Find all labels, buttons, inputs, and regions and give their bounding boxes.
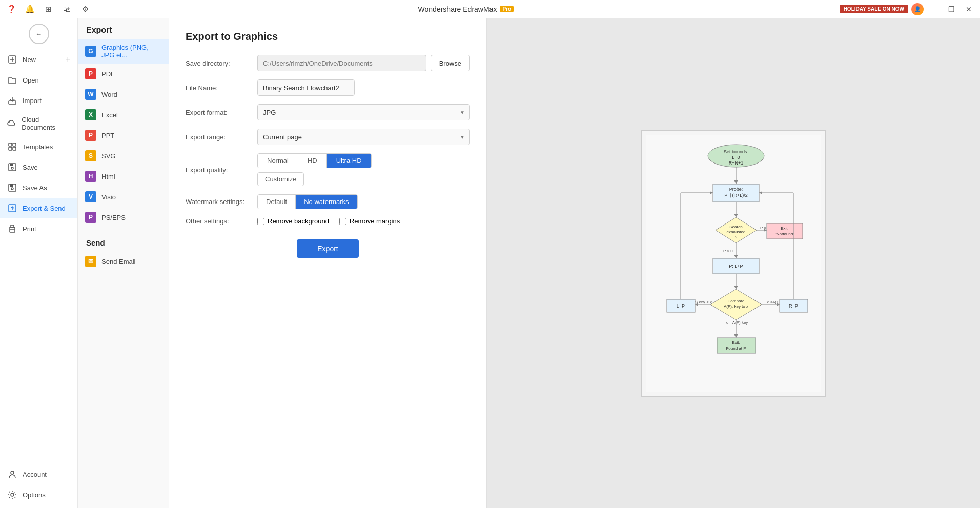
export-format-select[interactable]: JPG PNG BMP SVG: [257, 104, 470, 120]
pseps-icon: P: [85, 212, 96, 223]
sidebar-item-print-label: Print: [23, 225, 36, 233]
svg-text:P: L+P: P: L+P: [729, 263, 743, 269]
svg-text:Found at P: Found at P: [726, 346, 746, 351]
watermark-label: Watermark settings:: [186, 198, 257, 206]
saveas-icon: [7, 182, 17, 193]
remove-margins-label: Remove margins: [350, 217, 400, 225]
svg-rect-7: [13, 147, 16, 150]
export-format-row: Export format: JPG PNG BMP SVG: [186, 104, 470, 120]
customize-button[interactable]: Customize: [257, 172, 304, 186]
browse-button[interactable]: Browse: [431, 55, 470, 71]
sidebar-item-new-label: New: [23, 56, 36, 64]
svg-rect-6: [9, 147, 12, 150]
svg-text:P > 0: P > 0: [723, 249, 733, 253]
open-icon: [7, 75, 17, 85]
account-icon: [7, 469, 17, 479]
help-icon[interactable]: ❓: [4, 2, 18, 16]
other-settings-control: Remove background Remove margins: [257, 217, 470, 225]
save-directory-input[interactable]: [257, 55, 426, 71]
settings-icon[interactable]: ⚙: [78, 2, 92, 16]
svg-rect-16: [10, 230, 15, 232]
other-settings-label: Other settings:: [186, 217, 257, 225]
watermark-default-button[interactable]: Default: [258, 195, 296, 209]
file-item-ppt[interactable]: P PPT: [78, 125, 169, 146]
ppt-icon: P: [85, 130, 96, 141]
file-item-svg[interactable]: S SVG: [78, 146, 169, 166]
svg-icon: S: [85, 150, 96, 161]
email-icon: ✉: [85, 256, 96, 267]
sidebar-narrow: ← New + Open Import Cloud Documents: [0, 18, 78, 508]
file-item-html[interactable]: H Html: [78, 166, 169, 187]
file-item-pseps[interactable]: P PS/EPS: [78, 207, 169, 228]
restore-button[interactable]: ❐: [944, 2, 958, 16]
close-button[interactable]: ✕: [962, 2, 976, 16]
new-icon: [7, 54, 17, 65]
remove-background-input[interactable]: [257, 218, 264, 225]
word-icon: W: [85, 89, 96, 100]
cloud-icon: [7, 118, 16, 129]
apps-icon[interactable]: ⊞: [41, 2, 55, 16]
main-layout: ← New + Open Import Cloud Documents: [0, 18, 980, 508]
file-name-input[interactable]: [257, 79, 355, 96]
sidebar-item-new[interactable]: New +: [0, 49, 77, 70]
sidebar-item-save[interactable]: Save: [0, 157, 77, 177]
watermark-none-button[interactable]: No watermarks: [296, 195, 357, 209]
export-range-select[interactable]: Current page All pages Custom: [257, 129, 470, 145]
sidebar-item-open[interactable]: Open: [0, 70, 77, 90]
file-item-email[interactable]: ✉ Send Email: [78, 251, 169, 272]
quality-normal-button[interactable]: Normal: [258, 154, 298, 168]
titlebar-right: Holiday Sale On Now 👤 — ❐ ✕: [840, 2, 976, 16]
sidebar-item-import[interactable]: Import: [0, 90, 77, 111]
file-item-pdf[interactable]: P PDF: [78, 64, 169, 84]
pro-badge: Pro: [500, 6, 514, 12]
store-icon[interactable]: 🛍: [59, 2, 74, 16]
save-directory-row: Save directory: Browse: [186, 55, 470, 71]
quality-hd-button[interactable]: HD: [298, 154, 327, 168]
preview-card: Set bounds: L=0 R=N+1 Probe: P=⌊(R+L)/2: [641, 130, 826, 397]
svg-point-18: [11, 471, 14, 474]
remove-margins-checkbox[interactable]: Remove margins: [339, 217, 400, 225]
sidebar-item-options[interactable]: Options: [0, 484, 77, 505]
svg-point-19: [11, 493, 14, 496]
preview-area: Set bounds: L=0 R=N+1 Probe: P=⌊(R+L)/2: [487, 18, 980, 508]
file-item-html-label: Html: [101, 173, 115, 180]
export-panel: Export to Graphics Save directory: Brows…: [169, 18, 487, 508]
sidebar-item-templates[interactable]: Templates: [0, 136, 77, 157]
svg-text:exhausted: exhausted: [727, 230, 746, 234]
excel-icon: X: [85, 109, 96, 120]
file-item-visio-label: Visio: [101, 193, 116, 201]
export-quality-control: Normal HD Ultra HD Customize: [257, 153, 470, 186]
svg-point-10: [11, 167, 13, 169]
minimize-button[interactable]: —: [927, 2, 941, 16]
remove-margins-input[interactable]: [339, 218, 346, 225]
sidebar-item-saveas[interactable]: Save As: [0, 177, 77, 198]
quality-ultrahd-button[interactable]: Ultra HD: [327, 154, 371, 168]
file-item-visio[interactable]: V Visio: [78, 187, 169, 207]
file-item-excel[interactable]: X Excel: [78, 105, 169, 125]
holiday-button[interactable]: Holiday Sale On Now: [840, 5, 908, 13]
file-item-word-label: Word: [101, 91, 117, 98]
svg-rect-17: [11, 225, 14, 227]
avatar[interactable]: 👤: [911, 3, 924, 15]
watermark-row: Watermark settings: Default No watermark…: [186, 194, 470, 209]
file-item-svg-label: SVG: [101, 152, 115, 160]
file-item-ppt-label: PPT: [101, 132, 114, 139]
svg-text:Set bounds:: Set bounds:: [724, 149, 748, 154]
sidebar-item-export[interactable]: Export & Send: [0, 198, 77, 218]
svg-text:Probe:: Probe:: [729, 187, 743, 192]
quality-group: Normal HD Ultra HD: [257, 153, 372, 168]
file-item-graphics[interactable]: G Graphics (PNG, JPG et...: [78, 39, 169, 64]
sidebar-item-cloud[interactable]: Cloud Documents: [0, 111, 77, 136]
sidebar-item-account[interactable]: Account: [0, 464, 77, 484]
file-name-control: [257, 79, 470, 96]
sidebar-item-print[interactable]: Print: [0, 218, 77, 239]
visio-icon: V: [85, 191, 96, 202]
export-range-control: Current page All pages Custom: [257, 129, 470, 145]
remove-background-checkbox[interactable]: Remove background: [257, 217, 329, 225]
file-item-pdf-label: PDF: [101, 70, 115, 78]
svg-rect-12: [10, 184, 13, 187]
back-button[interactable]: ←: [29, 24, 49, 44]
bell-icon[interactable]: 🔔: [23, 2, 37, 16]
file-item-word[interactable]: W Word: [78, 84, 169, 105]
export-button[interactable]: Export: [297, 239, 358, 258]
